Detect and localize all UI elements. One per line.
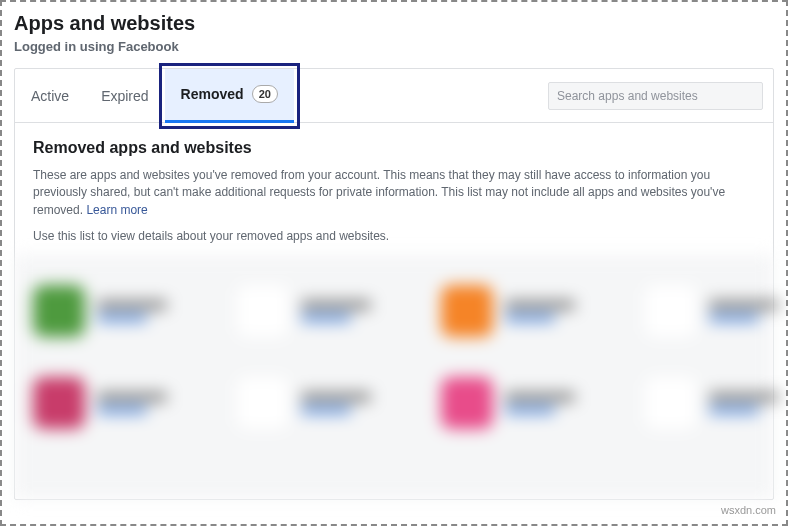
- apps-grid: [15, 255, 773, 499]
- tab-removed[interactable]: Removed 20: [165, 69, 294, 123]
- app-icon: [237, 377, 289, 429]
- apps-websites-page: Apps and websites Logged in using Facebo…: [0, 0, 788, 526]
- app-item[interactable]: [441, 377, 575, 429]
- page-subtitle: Logged in using Facebook: [14, 39, 774, 54]
- tab-active[interactable]: Active: [15, 69, 85, 123]
- app-item[interactable]: [237, 285, 371, 337]
- tab-bar: Active Expired Removed 20: [15, 69, 773, 123]
- app-item[interactable]: [237, 377, 371, 429]
- app-item[interactable]: [33, 377, 167, 429]
- apps-row-1: [33, 285, 755, 337]
- app-icon: [645, 377, 697, 429]
- tab-expired[interactable]: Expired: [85, 69, 164, 123]
- learn-more-link[interactable]: Learn more: [86, 203, 147, 217]
- apps-row-2: [33, 377, 755, 429]
- app-icon: [645, 285, 697, 337]
- search-input[interactable]: [548, 82, 763, 110]
- page-title: Apps and websites: [14, 12, 774, 35]
- app-item[interactable]: [645, 377, 779, 429]
- search-wrap: [548, 82, 773, 110]
- app-icon: [441, 377, 493, 429]
- watermark: wsxdn.com: [721, 504, 776, 516]
- app-item[interactable]: [441, 285, 575, 337]
- app-item[interactable]: [33, 285, 167, 337]
- app-icon: [441, 285, 493, 337]
- section: Removed apps and websites These are apps…: [15, 123, 773, 255]
- tab-removed-label: Removed: [181, 86, 244, 102]
- removed-count-badge: 20: [252, 85, 278, 103]
- section-title: Removed apps and websites: [33, 139, 755, 157]
- section-note: Use this list to view details about your…: [33, 229, 755, 243]
- app-item[interactable]: [645, 285, 779, 337]
- app-icon: [237, 285, 289, 337]
- app-icon: [33, 377, 85, 429]
- section-description: These are apps and websites you've remov…: [33, 167, 755, 219]
- card: Active Expired Removed 20 Removed apps a…: [14, 68, 774, 500]
- app-icon: [33, 285, 85, 337]
